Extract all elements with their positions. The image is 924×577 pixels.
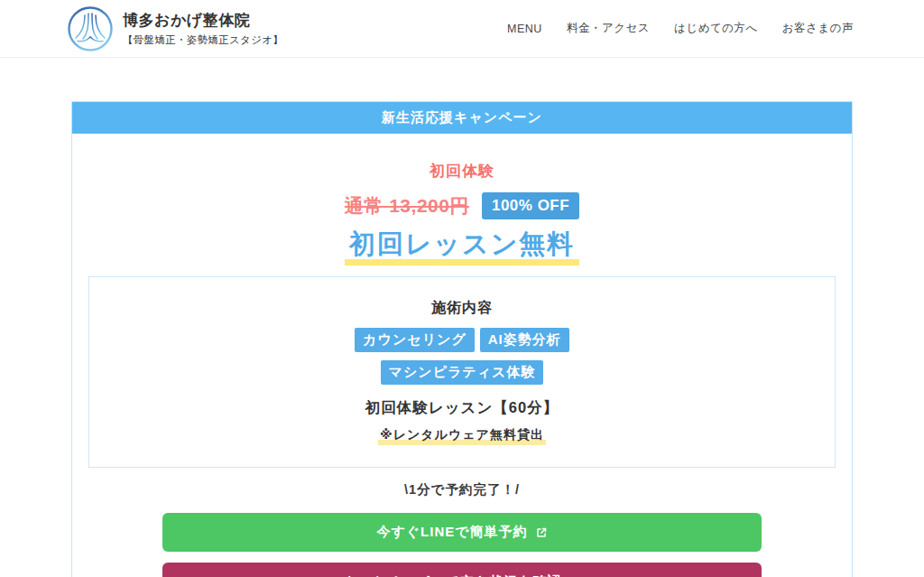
- treatment-details-box: 施術内容 カウンセリング AI姿勢分析 マシンピラティス体験 初回体験レッスン【…: [88, 276, 836, 468]
- details-heading: 施術内容: [89, 299, 835, 318]
- campaign-card: 新生活応援キャンペーン 初回体験 通常 13,200円 100% OFF 初回レ…: [71, 101, 853, 577]
- price-row: 通常 13,200円 100% OFF: [72, 192, 852, 219]
- trial-label: 初回体験: [72, 161, 852, 181]
- nav-item-first-time[interactable]: はじめての方へ: [674, 21, 758, 36]
- rental-note-wrap: ※レンタルウェア無料貸出: [89, 426, 835, 445]
- hotpepper-button-label: ホットペッパーで空き状況を確認: [342, 573, 561, 577]
- main-nav: MENU 料金・アクセス はじめての方へ お客さまの声: [507, 21, 854, 36]
- tags-row-2: マシンピラティス体験: [89, 360, 835, 385]
- hotpepper-availability-button[interactable]: ホットペッパーで空き状況を確認: [162, 563, 762, 577]
- campaign-banner-title: 新生活応援キャンペーン: [72, 102, 852, 134]
- clinic-logo-icon: [67, 5, 114, 52]
- site-header: 博多おかげ整体院 【骨盤矯正・姿勢矯正スタジオ】 MENU 料金・アクセス はじ…: [0, 0, 924, 58]
- site-subtitle: 【骨盤矯正・姿勢矯正スタジオ】: [123, 33, 283, 47]
- free-lesson-heading: 初回レッスン無料: [345, 227, 580, 265]
- lesson-info: 初回体験レッスン【60分】: [89, 398, 835, 418]
- tag-counseling: カウンセリング: [355, 328, 474, 352]
- tag-ai-posture: AI姿勢分析: [480, 328, 569, 352]
- free-lesson-wrap: 初回レッスン無料: [72, 227, 852, 265]
- rental-note: ※レンタルウェア無料貸出: [378, 427, 546, 445]
- site-title: 博多おかげ整体院: [123, 10, 283, 31]
- line-reserve-button-label: 今すぐLINEで簡単予約: [376, 524, 527, 541]
- tags-row-1: カウンセリング AI姿勢分析: [89, 328, 835, 352]
- tag-machine-pilates: マシンピラティス体験: [381, 360, 544, 385]
- regular-price: 通常 13,200円: [345, 193, 469, 219]
- page-main: 新生活応援キャンペーン 初回体験 通常 13,200円 100% OFF 初回レ…: [0, 58, 924, 577]
- discount-badge: 100% OFF: [482, 192, 579, 219]
- line-reserve-button[interactable]: 今すぐLINEで簡単予約: [162, 513, 762, 552]
- external-link-icon: [535, 526, 548, 539]
- site-logo[interactable]: 博多おかげ整体院 【骨盤矯正・姿勢矯正スタジオ】: [67, 5, 283, 52]
- nav-item-customer-voice[interactable]: お客さまの声: [782, 21, 854, 36]
- nav-item-price-access[interactable]: 料金・アクセス: [567, 21, 650, 36]
- nav-item-menu[interactable]: MENU: [507, 23, 542, 35]
- reservation-callout: \1分で予約完了！/: [72, 481, 852, 498]
